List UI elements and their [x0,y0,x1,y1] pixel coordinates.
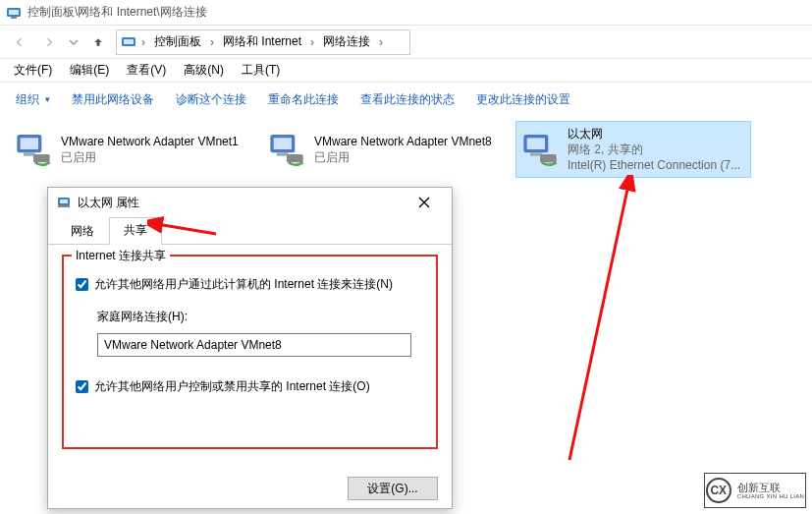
svg-rect-2 [11,17,17,19]
breadcrumb-icon [121,34,136,50]
allow-connect-checkbox[interactable] [76,278,88,291]
allow-connect-row: 允许其他网络用户通过此计算机的 Internet 连接来连接(N) [76,276,424,293]
settings-button[interactable]: 设置(G)... [348,477,438,500]
svg-rect-4 [124,39,134,44]
home-network-label: 家庭网络连接(H): [97,309,424,325]
chevron-right-icon: › [138,35,148,49]
adapter-list: VMware Network Adapter VMnet1已启用VMware N… [10,122,802,177]
adapter-status: 已启用 [61,149,239,165]
svg-rect-8 [33,154,50,162]
watermark-zh: 创新互联 [737,483,804,493]
menu-tools[interactable]: 工具(T) [234,60,288,81]
menu-edit[interactable]: 编辑(E) [62,60,117,81]
menu-file[interactable]: 文件(F) [6,60,60,81]
allow-control-row: 允许其他网络用户控制或禁用共享的 Internet 连接(O) [76,378,424,395]
watermark-py: CHUANG XIN HU LIAN [737,493,804,499]
nav-forward-button[interactable] [37,30,61,54]
properties-dialog: 以太网 属性 网络 共享 Internet 连接共享 允许其他网络用户通过此计算… [47,187,453,509]
svg-rect-10 [274,138,292,149]
adapter-name: VMware Network Adapter VMnet8 [314,134,492,149]
svg-rect-16 [540,154,557,162]
toolbar-disable[interactable]: 禁用此网络设备 [62,87,164,112]
network-adapter-icon [267,130,306,169]
toolbar-organize[interactable]: 组织 [6,87,60,112]
svg-rect-11 [277,152,289,155]
dialog-icon [56,195,72,210]
menubar: 文件(F) 编辑(E) 查看(V) 高级(N) 工具(T) [0,59,812,83]
nav-recent-dropdown[interactable] [67,30,81,54]
toolbar-status[interactable]: 查看此连接的状态 [351,87,464,112]
tab-sharing[interactable]: 共享 [109,217,162,245]
watermark: CX 创新互联 CHUANG XIN HU LIAN [704,473,806,508]
network-adapter-icon [520,130,560,169]
chevron-right-icon: › [376,35,386,49]
dialog-footer: 设置(G)... [348,477,438,500]
adapter-item[interactable]: 以太网网络 2, 共享的Intel(R) Ethernet Connection… [516,122,750,177]
adapter-name: 以太网 [568,126,740,142]
window-titlebar: 控制面板\网络和 Internet\网络连接 [0,0,812,26]
adapter-text: 以太网网络 2, 共享的Intel(R) Ethernet Connection… [568,126,740,174]
dialog-title: 以太网 属性 [78,195,405,211]
adapter-text: VMware Network Adapter VMnet1已启用 [61,134,239,165]
svg-rect-6 [21,138,38,149]
nav-back-button[interactable] [8,30,31,54]
svg-rect-14 [527,138,545,149]
tab-network[interactable]: 网络 [56,218,109,245]
svg-rect-1 [9,10,19,15]
allow-connect-label: 允许其他网络用户通过此计算机的 Internet 连接来连接(N) [94,276,393,293]
home-network-row: VMware Network Adapter VMnet8 [97,329,424,357]
nav-up-button[interactable] [86,30,110,54]
breadcrumb[interactable]: › 控制面板 › 网络和 Internet › 网络连接 › [116,29,410,55]
breadcrumb-leaf[interactable]: 网络连接 [319,33,374,50]
address-row: › 控制面板 › 网络和 Internet › 网络连接 › [0,26,812,59]
adapter-text: VMware Network Adapter VMnet8已启用 [314,134,492,165]
adapter-device: Intel(R) Ethernet Connection (7... [568,157,740,173]
window-icon [6,5,22,21]
chevron-right-icon: › [307,35,317,49]
breadcrumb-root[interactable]: 控制面板 [150,33,205,50]
adapter-item[interactable]: VMware Network Adapter VMnet8已启用 [263,122,497,177]
svg-rect-7 [24,152,35,155]
adapter-status: 已启用 [314,149,492,165]
svg-rect-15 [530,152,542,155]
command-bar: 组织 禁用此网络设备 诊断这个连接 重命名此连接 查看此连接的状态 更改此连接的… [0,83,812,116]
breadcrumb-mid[interactable]: 网络和 Internet [219,33,305,50]
dialog-body: Internet 连接共享 允许其他网络用户通过此计算机的 Internet 连… [48,245,452,508]
svg-rect-12 [287,154,303,162]
svg-rect-19 [58,205,70,207]
home-network-value: VMware Network Adapter VMnet8 [104,338,282,352]
menu-view[interactable]: 查看(V) [119,60,174,81]
window-title: 控制面板\网络和 Internet\网络连接 [27,4,207,21]
dialog-tabs: 网络 共享 [48,217,452,245]
dialog-titlebar: 以太网 属性 [48,188,452,217]
adapter-name: VMware Network Adapter VMnet1 [61,134,239,149]
allow-control-label: 允许其他网络用户控制或禁用共享的 Internet 连接(O) [94,378,370,395]
menu-advanced[interactable]: 高级(N) [176,60,232,81]
toolbar-diagnose[interactable]: 诊断这个连接 [166,87,256,112]
groupbox-title: Internet 连接共享 [72,248,170,264]
toolbar-rename[interactable]: 重命名此连接 [258,87,349,112]
chevron-right-icon: › [207,35,217,49]
toolbar-change[interactable]: 更改此连接的设置 [466,87,580,112]
ics-groupbox: Internet 连接共享 允许其他网络用户通过此计算机的 Internet 连… [62,255,438,449]
adapter-item[interactable]: VMware Network Adapter VMnet1已启用 [10,122,244,177]
watermark-logo: CX [706,478,731,503]
allow-control-checkbox[interactable] [76,380,88,393]
adapter-status: 网络 2, 共享的 [568,142,740,157]
home-network-select[interactable]: VMware Network Adapter VMnet8 [97,333,411,357]
dialog-close-button[interactable] [405,189,444,216]
svg-rect-18 [60,200,68,203]
network-adapter-icon [14,130,53,169]
